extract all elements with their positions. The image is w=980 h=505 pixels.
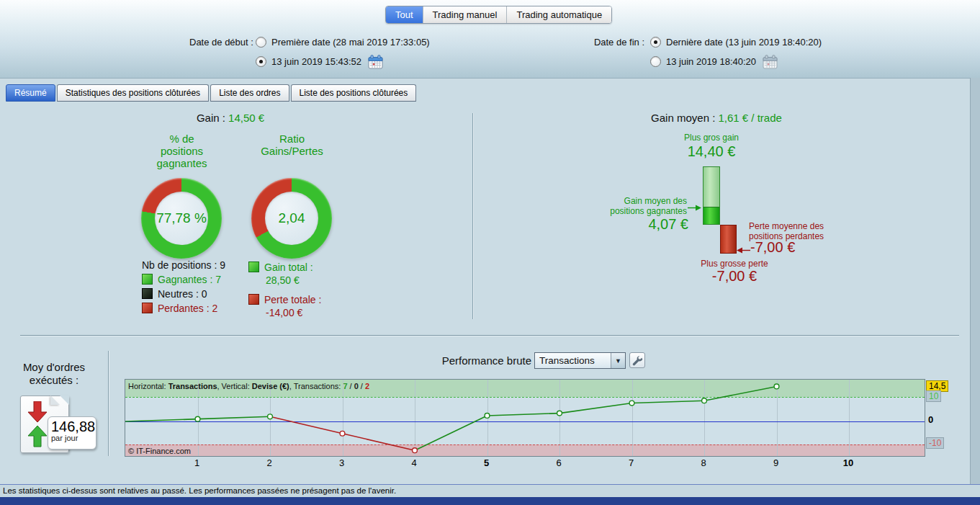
performance-title: Performance brute bbox=[403, 354, 531, 367]
loss-total-label: Perte totale : bbox=[264, 294, 321, 305]
calendar-icon-disabled bbox=[763, 55, 778, 69]
performance-mode-value: Transactions bbox=[535, 353, 611, 368]
average-gain-label: Gain moyen : bbox=[651, 112, 715, 124]
chevron-down-icon[interactable]: ▼ bbox=[611, 353, 625, 368]
performance-chart-plot[interactable]: Horizontal: Transactions, Vertical: Devi… bbox=[125, 379, 925, 457]
upper-threshold-line bbox=[125, 397, 925, 398]
legend-losing-label: Perdantes : 2 bbox=[158, 303, 217, 314]
arrow-left-icon bbox=[737, 247, 750, 254]
legend-winning-label: Gagnantes : 7 bbox=[158, 274, 221, 285]
date-start-row-1: Date de début : Première date (28 mai 20… bbox=[189, 33, 430, 51]
date-start-row-2: 13 juin 2019 15:43:52 bbox=[189, 53, 430, 71]
ratio-title: Ratio Gains/Pertes bbox=[251, 133, 333, 157]
gain-value: 14,50 € bbox=[228, 112, 264, 124]
legend-neutral-label: Neutres : 0 bbox=[158, 288, 207, 300]
y-label-zero: 0 bbox=[926, 415, 935, 425]
performance-mode-select[interactable]: Transactions ▼ bbox=[534, 352, 626, 369]
lower-threshold-line bbox=[125, 444, 925, 445]
x-tick-label: 4 bbox=[403, 457, 425, 468]
biggest-gain-value: 14,40 € bbox=[647, 143, 776, 160]
x-tick-label: 8 bbox=[693, 457, 714, 468]
date-end-last-radio[interactable] bbox=[650, 37, 661, 48]
average-loss-value: -7,00 € bbox=[750, 239, 795, 256]
red-swatch bbox=[142, 303, 153, 313]
date-end-block: Date de fin : Dernière date (13 juin 201… bbox=[593, 33, 822, 72]
separator: / bbox=[348, 382, 354, 390]
x-tick-label: 10 bbox=[837, 457, 859, 468]
view-tab-bar: Résumé Statistiques des positions clôtur… bbox=[6, 84, 416, 102]
date-end-row-1: Date de fin : Dernière date (13 juin 201… bbox=[593, 33, 822, 51]
chart-header-losses: 2 bbox=[365, 382, 369, 390]
date-start-label: Date de début : bbox=[189, 37, 250, 48]
tab-summary[interactable]: Résumé bbox=[6, 84, 55, 102]
chart-header-transactions-label: , Transactions: bbox=[289, 382, 343, 390]
winning-pct-value: 77,78 % bbox=[156, 210, 207, 226]
red-swatch bbox=[248, 294, 259, 305]
losing-bar bbox=[720, 225, 737, 254]
bottom-bar bbox=[0, 497, 980, 505]
horizontal-divider bbox=[20, 335, 959, 336]
average-gain-value: 1,61 € / trade bbox=[718, 112, 781, 124]
neutral-swatch bbox=[142, 288, 153, 299]
totals-legend: Gain total : 28,50 € Perte totale : -14,… bbox=[248, 260, 321, 321]
loss-total-value: -14,00 € bbox=[248, 307, 321, 321]
winning-pct-donut: 77,78 % bbox=[141, 178, 222, 259]
positions-legend: Nb de positions : 9 Gagnantes : 7 Neutre… bbox=[142, 258, 225, 316]
date-start-custom-label[interactable]: 13 juin 2019 15:43:52 bbox=[271, 56, 361, 67]
y-label-plus10: 10 bbox=[926, 390, 941, 402]
gain-total-label: Gain total : bbox=[264, 262, 313, 273]
tab-orders-list[interactable]: Liste des ordres bbox=[210, 84, 289, 102]
date-end-last-label[interactable]: Dernière date (13 juin 2019 18:40:20) bbox=[666, 37, 822, 48]
date-start-custom-radio[interactable] bbox=[256, 56, 266, 67]
legend-total: Nb de positions : 9 bbox=[142, 258, 225, 272]
vertical-divider-small bbox=[108, 351, 109, 456]
arrow-right-icon bbox=[688, 205, 701, 211]
chart-header-vertical-value: Devise (€) bbox=[252, 382, 289, 390]
legend-neutral: Neutres : 0 bbox=[142, 287, 225, 300]
biggest-gain-label: Plus gros gain bbox=[647, 133, 776, 143]
tab-manual-trading[interactable]: Trading manuel bbox=[423, 6, 507, 23]
date-end-custom-label[interactable]: 13 juin 2019 18:40:20 bbox=[666, 56, 756, 67]
tab-all[interactable]: Tout bbox=[386, 6, 423, 23]
date-start-first-radio[interactable] bbox=[256, 37, 266, 48]
legend-losing: Perdantes : 2 bbox=[142, 301, 225, 315]
wrench-icon bbox=[632, 355, 643, 366]
x-tick-label: 7 bbox=[621, 457, 642, 468]
legend-total-label: Nb de positions : 9 bbox=[142, 259, 225, 271]
x-tick-label: 1 bbox=[186, 457, 208, 468]
legend-winning: Gagnantes : 7 bbox=[142, 272, 225, 286]
vertical-scrollbar[interactable] bbox=[970, 78, 980, 484]
x-tick-label: 9 bbox=[765, 457, 787, 468]
winning-bar bbox=[703, 166, 720, 225]
date-end-row-2: 13 juin 2019 18:40:20 bbox=[593, 53, 822, 71]
y-label-minus10: -10 bbox=[926, 437, 944, 449]
gain-total-value: 28,50 € bbox=[248, 274, 321, 288]
average-win-value: 4,07 € bbox=[616, 216, 688, 233]
ratio-value: 2,04 bbox=[279, 210, 305, 226]
chart-header-horizontal-value: Transactions bbox=[168, 382, 217, 390]
biggest-loss-value: -7,00 € bbox=[684, 268, 785, 285]
trading-statistics-window: Tout Trading manuel Trading automatique … bbox=[0, 0, 980, 505]
separator: / bbox=[359, 382, 365, 390]
biggest-loss-label: Plus grosse perte bbox=[684, 259, 785, 269]
ratio-donut: 2,04 bbox=[251, 178, 332, 259]
chart-header-vertical-label: , Vertical: bbox=[217, 382, 252, 390]
tab-closed-positions-list[interactable]: Liste des positions clôturées bbox=[291, 84, 417, 102]
date-start-first-label[interactable]: Première date (28 mai 2019 17:33:05) bbox=[271, 37, 430, 48]
loss-total-row: Perte totale : bbox=[248, 292, 321, 306]
date-start-block: Date de début : Première date (28 mai 20… bbox=[189, 33, 430, 72]
x-tick-label: 6 bbox=[548, 457, 570, 468]
copyright-label: © IT-Finance.com bbox=[128, 447, 191, 455]
gain-total-row: Gain total : bbox=[248, 260, 321, 274]
scope-tab-group: Tout Trading manuel Trading automatique bbox=[385, 6, 612, 24]
tab-closed-positions-stats[interactable]: Statistiques des positions clôturées bbox=[57, 84, 209, 102]
average-gain-line: Gain moyen : 1,61 € / trade bbox=[576, 112, 857, 124]
calendar-icon[interactable] bbox=[368, 55, 383, 69]
date-end-custom-radio[interactable] bbox=[650, 56, 661, 67]
chart-settings-button[interactable] bbox=[629, 352, 645, 368]
avg-orders-title: Moy d'ordres exécutés : bbox=[9, 361, 99, 387]
disclaimer: Les statistiques ci-dessus sont relative… bbox=[0, 484, 980, 497]
average-win-annotation: Gain moyen des positions gagnantes bbox=[589, 196, 687, 216]
x-tick-label: 2 bbox=[259, 457, 280, 468]
tab-automatic-trading[interactable]: Trading automatique bbox=[506, 6, 611, 23]
